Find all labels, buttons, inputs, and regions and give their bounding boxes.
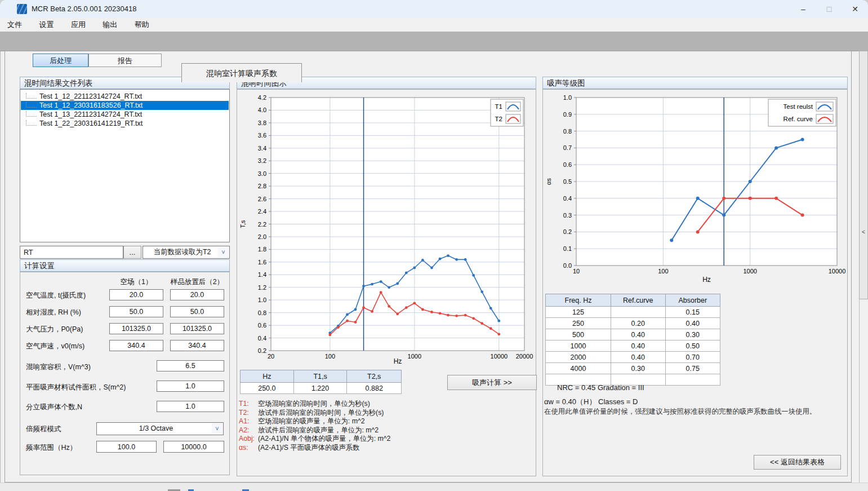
tree-branch-icon xyxy=(26,93,37,99)
room-volume-label: 混响室容积，V(m^3) xyxy=(26,362,91,372)
absorption-class-chart[interactable]: 0.00.10.20.30.40.50.60.70.80.91.01010010… xyxy=(544,90,847,284)
tab-reverb-room-absorption[interactable]: 混响室计算吸声系数 xyxy=(181,63,302,82)
sample-area-label: 平面吸声材料试件面积，S(m^2) xyxy=(26,383,126,392)
svg-text:0.2: 0.2 xyxy=(563,228,572,235)
browse-button[interactable]: ... xyxy=(123,246,141,259)
absorption-class-panel: 0.00.10.20.30.40.50.60.70.80.91.01010010… xyxy=(542,89,848,476)
file-list[interactable]: Test 1_12_221123142724_RT.txt Test 1_12_… xyxy=(20,89,230,242)
svg-text:20000: 20000 xyxy=(516,353,533,360)
table-row: 40000.300.75 xyxy=(546,363,720,374)
menu-output[interactable]: 输出 xyxy=(95,18,124,32)
freq-max-field[interactable] xyxy=(163,441,224,453)
subtab-report[interactable]: 报告 xyxy=(88,54,162,67)
svg-text:3.4: 3.4 xyxy=(258,145,266,152)
humidity-field-1[interactable] xyxy=(109,306,163,317)
svg-text:1000: 1000 xyxy=(743,268,756,275)
octave-mode-dropdown[interactable]: 1/3 Octave ˅ xyxy=(96,422,224,435)
usage-note-text: 在使用此单值评价量的时候，强烈建议与按照标准获得的完整的吸声系数曲线一块使用。 xyxy=(544,407,816,417)
sample-area-field[interactable] xyxy=(157,381,224,392)
absorber-count-field[interactable] xyxy=(157,401,224,412)
air-temp-field-1[interactable] xyxy=(109,289,163,300)
data-read-dropdown[interactable]: 当前数据读取为T2 ˅ xyxy=(143,246,230,259)
menu-file[interactable]: 文件 xyxy=(0,18,29,32)
svg-text:T1: T1 xyxy=(495,103,502,110)
table-row: 10000.400.50 xyxy=(546,340,720,352)
aw-result-text: αw = 0.40（H） Classes = D xyxy=(544,397,638,407)
svg-text:10: 10 xyxy=(573,268,580,275)
menu-help[interactable]: 帮助 xyxy=(127,18,157,32)
rt-table-header-hz: Hz xyxy=(241,370,294,383)
svg-text:T,s: T,s xyxy=(239,220,246,228)
list-item[interactable]: Test 1_12_221123142724_RT.txt xyxy=(21,92,229,101)
sound-speed-label: 空气声速，v0(m/s) xyxy=(26,342,84,351)
svg-text:1.0: 1.0 xyxy=(563,94,572,101)
svg-text:1.6: 1.6 xyxy=(258,259,266,266)
back-to-results-button[interactable]: << 返回结果表格 xyxy=(754,455,841,470)
right-collapse-strip[interactable]: < xyxy=(859,51,868,299)
svg-text:Ref. curve: Ref. curve xyxy=(784,116,813,122)
svg-text:1.4: 1.4 xyxy=(258,271,266,278)
table-row: 2500.200.40 xyxy=(546,318,720,329)
list-item-selected[interactable]: Test 1_12_230316183526_RT.txt xyxy=(21,101,229,110)
svg-text:100: 100 xyxy=(658,268,668,275)
svg-text:2.4: 2.4 xyxy=(258,208,266,215)
pressure-field-2[interactable] xyxy=(170,323,224,334)
svg-text:Hz: Hz xyxy=(702,276,711,284)
svg-text:0.6: 0.6 xyxy=(563,161,572,168)
absorption-calc-button[interactable]: 吸声计算 >> xyxy=(447,375,537,390)
list-item[interactable]: Test 1_22_230316141219_RT.txt xyxy=(21,119,229,128)
svg-text:2.8: 2.8 xyxy=(258,183,266,189)
svg-text:2.0: 2.0 xyxy=(258,233,266,240)
minimize-icon: – xyxy=(801,5,805,14)
tree-branch-icon xyxy=(26,120,37,126)
calc-settings-box: 空场（1） 样品放置后（2） 空气温度, t(摄氏度) 相对湿度, RH (%)… xyxy=(20,272,230,475)
table-row: 20000.400.70 xyxy=(546,352,720,363)
svg-text:0.6: 0.6 xyxy=(258,322,266,329)
room-volume-field[interactable] xyxy=(157,360,224,371)
right-strip-lower xyxy=(859,299,868,483)
rt-chart-panel: 0.20.40.60.81.01.21.41.61.82.02.22.42.62… xyxy=(237,89,536,476)
absorber-count-label: 分立吸声体个数,N xyxy=(26,402,82,412)
sound-speed-field-2[interactable] xyxy=(170,340,224,351)
humidity-field-2[interactable] xyxy=(170,306,224,317)
table-row: 5000.400.30 xyxy=(546,329,720,340)
svg-text:0.4: 0.4 xyxy=(563,195,572,202)
maximize-button[interactable]: □ xyxy=(816,0,842,18)
abs-table-header-absorber: Absorber xyxy=(665,294,720,307)
menu-apply[interactable]: 应用 xyxy=(64,18,93,32)
svg-text:0.8: 0.8 xyxy=(258,309,266,316)
title-bar: MCR Beta 2.05.0.001 20230418 – □ ✕ xyxy=(0,0,868,18)
calc-settings-title: 计算设置 xyxy=(20,259,230,272)
rt-value-table: Hz T1,s T2,s 250.0 1.220 0.882 xyxy=(240,370,402,394)
svg-text:2.2: 2.2 xyxy=(258,221,266,228)
air-temp-field-2[interactable] xyxy=(170,289,224,300)
svg-text:3.2: 3.2 xyxy=(258,157,266,164)
freq-min-field[interactable] xyxy=(96,441,157,453)
reverberation-time-chart[interactable]: 0.20.40.60.81.01.21.41.61.82.02.22.42.62… xyxy=(238,90,536,366)
svg-text:0.1: 0.1 xyxy=(563,245,572,252)
svg-text:4.2: 4.2 xyxy=(258,94,266,101)
svg-text:Test reulst: Test reulst xyxy=(784,103,813,110)
svg-text:20: 20 xyxy=(268,353,274,360)
close-button[interactable]: ✕ xyxy=(842,0,868,18)
svg-text:10000: 10000 xyxy=(829,268,846,275)
minimize-button[interactable]: – xyxy=(790,0,816,18)
svg-text:10000: 10000 xyxy=(491,353,508,360)
subtab-postprocess[interactable]: 后处理 xyxy=(33,54,88,67)
svg-text:4.0: 4.0 xyxy=(258,107,266,113)
rt-table-cell-hz: 250.0 xyxy=(241,383,294,394)
annotation-line: T1:空场混响室的混响时间，单位为秒(s) xyxy=(239,400,390,409)
chevron-down-icon: ˅ xyxy=(212,423,222,434)
column-header-with-sample: 样品放置后（2） xyxy=(167,277,228,287)
sound-speed-field-1[interactable] xyxy=(109,340,163,351)
window-title: MCR Beta 2.05.0.001 20230418 xyxy=(32,0,136,18)
svg-text:3.0: 3.0 xyxy=(258,170,266,177)
pressure-field-1[interactable] xyxy=(109,323,163,334)
menu-settings[interactable]: 设置 xyxy=(32,18,61,32)
svg-text:0.0: 0.0 xyxy=(563,262,572,269)
rt-table-cell-t2: 0.882 xyxy=(347,383,402,394)
list-item[interactable]: Test 1_13_221123142724_RT.txt xyxy=(21,110,229,119)
tab-strip: 文档设置 通道设置 混响室计算吸声系数 xyxy=(0,32,868,51)
result-name-input[interactable] xyxy=(20,246,123,259)
abs-table-header-ref: Ref.curve xyxy=(611,294,665,307)
